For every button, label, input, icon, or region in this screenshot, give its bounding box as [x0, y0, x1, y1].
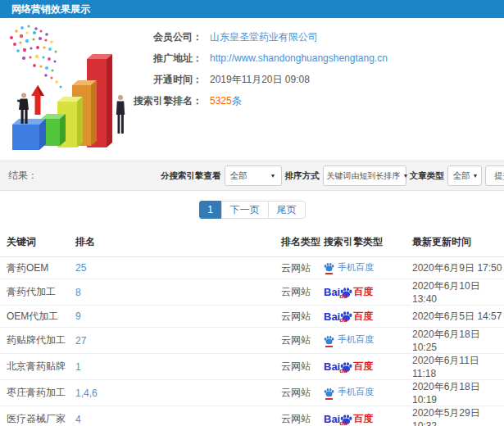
- rank-link[interactable]: 1: [75, 361, 81, 373]
- engine-filter-select[interactable]: 全部 ▼: [225, 165, 282, 186]
- mobile-baidu-badge: 手机百度: [324, 386, 374, 398]
- table-row: 膏药代加工8云网站Baidu百度2020年6月10日 13:40: [0, 279, 504, 306]
- engine-label: 手机百度: [338, 261, 374, 274]
- window-title-bar: 网络营销效果展示: [0, 0, 504, 18]
- updated-cell: 2020年6月18日 10:25: [412, 328, 504, 354]
- company-label: 会员公司：: [0, 30, 202, 44]
- baidu-cn-text: 百度: [353, 310, 373, 324]
- article-type-select[interactable]: 全部 ▼: [447, 165, 482, 186]
- baidu-logo-text: Bai: [324, 360, 340, 373]
- opened-time-label: 开通时间：: [0, 73, 202, 87]
- mobile-baidu-badge: 手机百度: [324, 333, 374, 346]
- pagination: 1 下一页 尾页: [0, 201, 504, 219]
- header-rank-type: 排名类型: [281, 232, 324, 257]
- keyword-cell: OEM代加工: [0, 306, 75, 328]
- rank-link[interactable]: 4: [75, 414, 81, 425]
- mobile-baidu-icon: [324, 262, 334, 272]
- bar-blue: [12, 119, 46, 150]
- page: 网络营销效果展示: [0, 0, 504, 426]
- baidu-paw: du: [340, 414, 352, 425]
- keyword-cell: 北京膏药贴牌: [0, 354, 75, 380]
- keyword-cell: 药贴牌代加工: [0, 328, 75, 354]
- baidu-du-text: du: [339, 316, 347, 324]
- mobile-baidu-underline: [325, 346, 333, 347]
- rank-type-cell: 云网站: [281, 380, 324, 406]
- header-keyword: 关键词: [0, 232, 75, 257]
- mobile-baidu-underline: [325, 398, 333, 400]
- baidu-logo: Baidu百度: [324, 285, 373, 299]
- baidu-paw: du: [340, 287, 352, 298]
- rank-type-cell: 云网站: [281, 257, 324, 279]
- rank-type-cell: 云网站: [281, 306, 324, 328]
- filter-bar: 结果： 分搜索引擎查看 全部 ▼ 排序方式 关键词由短到长排序 ▼ 文章类型 全…: [0, 161, 504, 191]
- engine-rank-label: 搜索引擎排名：: [0, 94, 202, 108]
- last-page-button[interactable]: 尾页: [268, 201, 306, 219]
- field-opened-time: 开通时间： 2019年11月20日 09:08: [0, 69, 504, 90]
- next-page-button[interactable]: 下一页: [221, 201, 269, 219]
- updated-cell: 2020年6月5日 14:57: [412, 306, 504, 328]
- updated-cell: 2020年6月18日 10:19: [412, 380, 504, 406]
- promo-url-label: 推广地址：: [0, 52, 202, 66]
- baidu-du-text: du: [339, 419, 347, 426]
- mobile-baidu-icon: [324, 387, 334, 397]
- baidu-cn-text: 百度: [353, 360, 373, 374]
- company-link[interactable]: 山东皇圣堂药业有限公司: [210, 30, 318, 44]
- page-title: 网络营销效果展示: [11, 3, 90, 15]
- baidu-paw-icon: [324, 387, 334, 397]
- page-1-button[interactable]: 1: [199, 201, 222, 219]
- field-engine-rank: 搜索引擎排名： 5325条: [0, 90, 504, 111]
- table-row: 枣庄膏药加工1,4,6云网站手机百度2020年6月18日 10:19: [0, 380, 504, 406]
- baidu-paw-icon: [324, 335, 334, 345]
- submit-button[interactable]: 提交: [485, 165, 504, 186]
- baidu-logo: Baidu百度: [324, 412, 373, 426]
- rank-type-cell: 云网站: [281, 354, 324, 380]
- header-rank: 排名: [75, 232, 281, 257]
- table-row: 医疗器械厂家4云网站Baidu百度2020年5月29日 10:32: [0, 406, 504, 426]
- chevron-down-icon: ▼: [270, 173, 276, 179]
- rank-link[interactable]: 9: [75, 310, 81, 322]
- member-info: 会员公司： 山东皇圣堂药业有限公司 推广地址： http://www.shand…: [0, 26, 504, 111]
- rank-link[interactable]: 1,4,6: [75, 387, 98, 399]
- rank-unit: 条: [232, 95, 242, 106]
- header-engine-type: 搜索引擎类型: [324, 232, 412, 257]
- article-type-label: 文章类型: [410, 170, 444, 182]
- engine-filter-label: 分搜索引擎查看: [161, 170, 221, 182]
- baidu-paw: du: [340, 310, 352, 322]
- baidu-logo-text: Bai: [324, 286, 340, 298]
- baidu-logo: Baidu百度: [324, 310, 373, 324]
- rank-count: 5325: [210, 95, 232, 106]
- mobile-baidu-underline: [325, 273, 333, 274]
- baidu-du-text: du: [339, 367, 347, 374]
- keyword-cell: 膏药OEM: [0, 257, 75, 279]
- sort-select[interactable]: 关键词由短到长排序 ▼: [323, 165, 406, 186]
- results-table-body: 膏药OEM25云网站手机百度2020年6月9日 17:50膏药代加工8云网站Ba…: [0, 257, 504, 426]
- rank-link[interactable]: 27: [75, 335, 86, 347]
- baidu-cn-text: 百度: [353, 285, 373, 299]
- mobile-baidu-badge: 手机百度: [324, 261, 374, 274]
- engine-rank-value: 5325条: [210, 94, 242, 108]
- chevron-down-icon: ▼: [473, 173, 479, 179]
- keyword-cell: 膏药代加工: [0, 279, 75, 306]
- table-row: 北京膏药贴牌1云网站Baidu百度2020年6月11日 11:18: [0, 354, 504, 380]
- updated-cell: 2020年6月11日 11:18: [412, 354, 504, 380]
- promo-url-link[interactable]: http://www.shandonghuangshengtang.cn: [210, 52, 388, 64]
- baidu-paw: du: [340, 361, 352, 373]
- rank-type-cell: 云网站: [281, 406, 324, 426]
- baidu-paw-icon: [324, 262, 334, 272]
- keyword-cell: 医疗器械厂家: [0, 406, 75, 426]
- table-row: 药贴牌代加工27云网站手机百度2020年6月18日 10:25: [0, 328, 504, 354]
- result-label: 结果：: [8, 161, 38, 190]
- baidu-logo: Baidu百度: [324, 360, 373, 374]
- opened-time-value: 2019年11月20日 09:08: [210, 73, 310, 87]
- engine-filter-value: 全部: [230, 170, 247, 182]
- updated-cell: 2020年6月10日 13:40: [412, 279, 504, 306]
- article-type-value: 全部: [453, 170, 470, 182]
- keyword-cell: 枣庄膏药加工: [0, 380, 75, 406]
- chevron-down-icon: ▼: [403, 173, 409, 179]
- table-row: OEM代加工9云网站Baidu百度2020年6月5日 14:57: [0, 306, 504, 328]
- rank-link[interactable]: 8: [75, 287, 81, 298]
- updated-cell: 2020年6月9日 17:50: [412, 257, 504, 279]
- baidu-logo-text: Bai: [324, 310, 340, 323]
- field-company: 会员公司： 山东皇圣堂药业有限公司: [0, 26, 504, 48]
- rank-link[interactable]: 25: [75, 262, 86, 274]
